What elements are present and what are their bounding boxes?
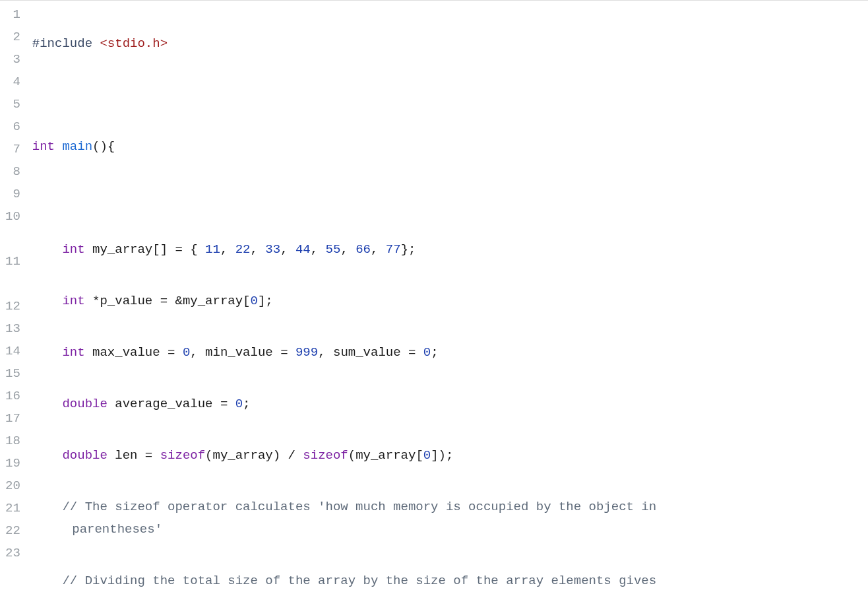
- code-row[interactable]: // The sizeof operator calculates 'how m…: [27, 496, 868, 541]
- equals: =: [212, 397, 235, 411]
- line-number: 6: [5, 116, 20, 138]
- comment: // The sizeof operator calculates 'how m…: [62, 500, 664, 514]
- number: 33: [265, 242, 280, 257]
- keyword: sizeof: [160, 448, 205, 463]
- code-editor[interactable]: 1 2 3 4 5 6 7 8 9 10 11 12 13 14 15 16 1…: [0, 0, 868, 594]
- identifier: min_value: [205, 345, 273, 360]
- function-name: main: [62, 139, 92, 154]
- code-row[interactable]: int main(){: [27, 135, 868, 158]
- line-number: 4: [5, 71, 20, 93]
- line-number: 16: [5, 385, 20, 407]
- identifier: my_array: [92, 242, 152, 257]
- code-area[interactable]: #include <stdio.h> int main(){ int my_ar…: [27, 1, 868, 594]
- equals: = &: [152, 294, 183, 308]
- code-row[interactable]: [27, 187, 868, 209]
- equals: =: [273, 345, 295, 360]
- equals: =: [137, 448, 160, 463]
- include-header: <stdio.h>: [100, 36, 168, 51]
- comma: ,: [190, 345, 205, 360]
- number: 0: [423, 448, 431, 463]
- keyword: int: [62, 242, 84, 257]
- line-number: 14: [5, 340, 20, 362]
- number: 77: [386, 242, 401, 257]
- terminator: ]);: [431, 448, 453, 463]
- terminator: ;: [431, 345, 438, 360]
- comment: // Dividing the total size of the array …: [62, 574, 664, 588]
- number: 0: [183, 345, 190, 360]
- keyword: double: [62, 397, 107, 411]
- terminator: };: [401, 242, 416, 257]
- code-row[interactable]: [27, 84, 868, 106]
- number: 44: [295, 242, 311, 257]
- line-number-gutter: 1 2 3 4 5 6 7 8 9 10 11 12 13 14 15 16 1…: [0, 1, 27, 594]
- terminator: ;: [243, 397, 250, 411]
- bracket: [] = {: [152, 242, 197, 257]
- number: 66: [356, 242, 371, 257]
- line-number: 22: [5, 519, 20, 542]
- identifier: p_value: [100, 294, 152, 308]
- star: *: [92, 294, 100, 308]
- number: 11: [205, 242, 220, 257]
- line-number: 11: [5, 250, 20, 295]
- identifier: my_array[: [183, 294, 251, 308]
- line-number: 20: [5, 475, 20, 497]
- line-number: 19: [5, 452, 20, 475]
- number: 0: [423, 345, 431, 360]
- keyword: int: [62, 345, 84, 360]
- line-number: 8: [5, 160, 20, 183]
- identifier: max_value: [92, 345, 160, 360]
- keyword: int: [62, 294, 84, 308]
- line-number: 9: [5, 183, 20, 205]
- equals: =: [401, 345, 423, 360]
- number: 55: [326, 242, 341, 257]
- paren: (){: [92, 139, 115, 154]
- line-number: 17: [5, 407, 20, 430]
- code-row[interactable]: int *p_value = &my_array[0];: [27, 290, 868, 312]
- identifier: (my_array) /: [205, 448, 303, 463]
- keyword: sizeof: [303, 448, 348, 463]
- keyword: int: [32, 139, 55, 154]
- line-number: 18: [5, 430, 20, 452]
- code-row[interactable]: double average_value = 0;: [27, 393, 868, 415]
- line-number: 10: [5, 205, 20, 250]
- comma: ,: [318, 345, 333, 360]
- number: 22: [235, 242, 251, 257]
- number: 0: [251, 294, 258, 308]
- number: 0: [235, 397, 243, 411]
- code-row[interactable]: // Dividing the total size of the array …: [27, 570, 868, 594]
- terminator: ];: [258, 294, 273, 308]
- line-number: 23: [5, 542, 20, 564]
- identifier: sum_value: [333, 345, 401, 360]
- code-row[interactable]: int max_value = 0, min_value = 999, sum_…: [27, 341, 868, 364]
- keyword: double: [62, 448, 107, 463]
- comment: parentheses': [32, 518, 868, 541]
- identifier: average_value: [115, 397, 212, 411]
- line-number: 5: [5, 93, 20, 116]
- line-number: 7: [5, 138, 20, 160]
- preprocessor: #include: [32, 36, 92, 51]
- line-number: 15: [5, 362, 20, 385]
- number: 999: [295, 345, 318, 360]
- identifier: (my_array[: [348, 448, 423, 463]
- equals: =: [160, 345, 183, 360]
- line-number: 13: [5, 317, 20, 340]
- identifier: len: [115, 448, 137, 463]
- code-row[interactable]: int my_array[] = { 11, 22, 33, 44, 55, 6…: [27, 238, 868, 261]
- line-number: 21: [5, 497, 20, 519]
- line-number: 1: [5, 3, 20, 26]
- line-number: 3: [5, 48, 20, 71]
- line-number: 12: [5, 295, 20, 317]
- code-row[interactable]: #include <stdio.h>: [27, 32, 868, 55]
- code-row[interactable]: double len = sizeof(my_array) / sizeof(m…: [27, 444, 868, 467]
- line-number: 2: [5, 26, 20, 48]
